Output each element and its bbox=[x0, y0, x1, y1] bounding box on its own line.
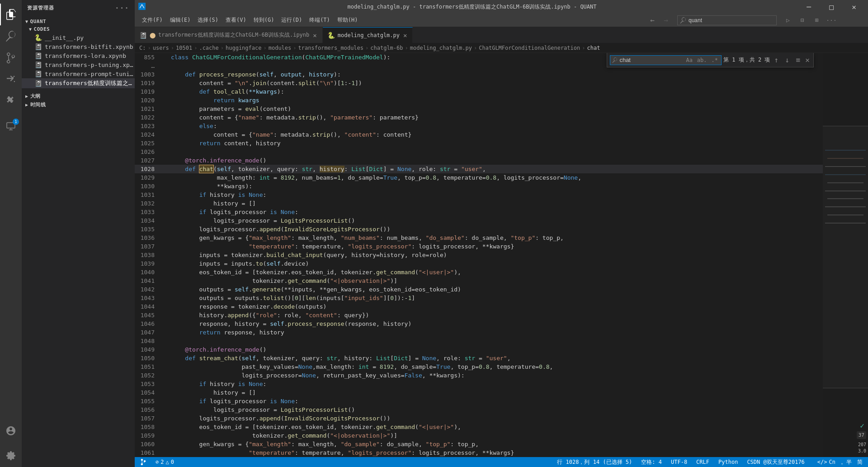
find-prev-button[interactable]: ↑ bbox=[772, 56, 781, 65]
find-regex[interactable]: .* bbox=[710, 57, 719, 64]
line-col-text: 行 1028，列 14 (已选择 5) bbox=[557, 458, 632, 466]
status-errors-btn[interactable]: ⊘ 2 △ 0 bbox=[154, 457, 176, 467]
tab-notebook-close[interactable]: ✕ bbox=[312, 32, 317, 39]
line-number: 1051 bbox=[135, 362, 162, 371]
line-code: def process_response(self, output, histo… bbox=[162, 70, 823, 79]
activity-settings[interactable] bbox=[0, 445, 22, 467]
table-row: 1059 tokenizer.get_command("<|observatio… bbox=[135, 431, 823, 440]
sidebar-item-init[interactable]: 🐍 __init__.py bbox=[22, 33, 135, 42]
find-match-case[interactable]: Aa bbox=[684, 57, 693, 64]
line-ending-text: CRLF bbox=[696, 459, 709, 465]
status-bottom-panel-code[interactable]: </> Cn bbox=[816, 457, 837, 467]
line-code: else: bbox=[162, 122, 823, 130]
breadcrumb-class[interactable]: ChatGLMForConditionalGeneration bbox=[479, 45, 580, 51]
menu-help[interactable]: 帮助(H) bbox=[334, 14, 362, 26]
status-csdn[interactable]: CSDN @双天至尊20176 bbox=[745, 457, 806, 467]
sidebar-item-bitfit[interactable]: 📓 transformers-bitfit.xpynb bbox=[22, 42, 135, 51]
status-git[interactable] bbox=[138, 457, 148, 467]
status-simplified[interactable]: 简 bbox=[855, 457, 864, 467]
nav-back-button[interactable]: ← bbox=[646, 14, 658, 26]
find-next-button[interactable]: ↓ bbox=[783, 56, 792, 65]
tab-notebook[interactable]: 📓 ⬤ transformers低精度训练篇之ChatGLM-6B训练实战.ip… bbox=[135, 27, 323, 43]
language-text: Python bbox=[718, 459, 738, 465]
activity-run-debug[interactable] bbox=[0, 69, 22, 91]
menu-run[interactable]: 运行(D) bbox=[278, 14, 306, 26]
notebook-icon-5: 📓 bbox=[34, 80, 42, 87]
table-row: 1040 eos_token_id = [tokenizer.eos_token… bbox=[135, 268, 823, 276]
minimize-button[interactable]: ─ bbox=[798, 0, 819, 14]
breadcrumb-transformers-modules[interactable]: transformers_modules bbox=[298, 45, 364, 51]
breadcrumb-users[interactable]: users bbox=[153, 45, 169, 51]
status-bar: ⊘ 2 △ 0 行 1028，列 14 (已选择 5) 空格: 4 UTF-8 … bbox=[135, 457, 868, 467]
breadcrumb-cache[interactable]: .cache bbox=[199, 45, 218, 51]
breadcrumb-method[interactable]: chat bbox=[587, 45, 600, 51]
split-editor-icon[interactable]: ⊞ bbox=[811, 14, 823, 26]
tree-section-codes[interactable]: ▼ CODES bbox=[22, 25, 135, 33]
line-code: content = {"name": metadata.strip(), "co… bbox=[162, 130, 823, 139]
tree-section-outline[interactable]: ▶ 大纲 bbox=[22, 92, 135, 100]
breadcrumb-chatglm[interactable]: chatglm-6b bbox=[370, 45, 403, 51]
activity-source-control[interactable] bbox=[0, 47, 22, 69]
table-row: 1046 response, history = self.process_re… bbox=[135, 319, 823, 328]
find-close-button[interactable]: ✕ bbox=[804, 55, 811, 65]
status-encoding[interactable]: UTF-8 bbox=[669, 457, 689, 467]
menu-select[interactable]: 选择(S) bbox=[194, 14, 222, 26]
activity-search[interactable] bbox=[0, 25, 22, 47]
maximize-button[interactable]: □ bbox=[821, 0, 842, 14]
status-line-col[interactable]: 行 1028，列 14 (已选择 5) bbox=[555, 457, 634, 467]
menu-edit[interactable]: 编辑(E) bbox=[166, 14, 194, 26]
find-select-all-button[interactable]: ≡ bbox=[793, 56, 802, 65]
activity-account[interactable] bbox=[0, 420, 22, 442]
status-spaces[interactable]: 空格: 4 bbox=[639, 457, 664, 467]
sidebar-item-chatglm[interactable]: 📓 transformers低精度训练篇之ChatG... bbox=[22, 78, 135, 88]
activity-explorer[interactable] bbox=[0, 4, 22, 25]
breadcrumb-c[interactable]: C: bbox=[139, 45, 146, 51]
run-all-icon[interactable]: ▷ bbox=[782, 14, 794, 26]
activity-remote[interactable]: 1 bbox=[0, 116, 22, 138]
search-icon bbox=[680, 17, 686, 24]
table-row: 1054 history = [] bbox=[135, 388, 823, 397]
sidebar-item-ptuning[interactable]: 📓 transformers-p-tuning.xpynb bbox=[22, 60, 135, 69]
table-row: 1026 bbox=[135, 148, 823, 156]
find-input-wrap: Aa ab. .* bbox=[610, 55, 722, 65]
status-language[interactable]: Python bbox=[717, 457, 740, 467]
nav-forward-button[interactable]: → bbox=[660, 14, 672, 26]
find-search-icon bbox=[612, 57, 618, 63]
tree-section-timeline[interactable]: ▶ 时间线 bbox=[22, 100, 135, 109]
breadcrumb-modules[interactable]: modules bbox=[269, 45, 292, 51]
line-code: past_key_values=None,max_length: int = 8… bbox=[162, 362, 823, 371]
table-row: 1056 logits_processor = LogitsProcessorL… bbox=[135, 405, 823, 414]
breadcrumb-file[interactable]: modeling_chatglm.py bbox=[410, 45, 472, 51]
more-actions-icon[interactable]: ··· bbox=[826, 14, 837, 26]
line-number: 1060 bbox=[135, 440, 162, 448]
line-number: 1045 bbox=[135, 311, 162, 319]
menu-terminal[interactable]: 终端(T) bbox=[306, 14, 334, 26]
line-code: content = {"name": metadata.strip(), "pa… bbox=[162, 113, 823, 122]
sidebar-item-prompt[interactable]: 📓 transformers-prompt-tuning.xpynb bbox=[22, 69, 135, 78]
table-row: 1019 def tool_call(**kwargs): bbox=[135, 87, 823, 96]
line-code: inputs = inputs.to(self.device) bbox=[162, 259, 823, 268]
menu-goto[interactable]: 转到(G) bbox=[250, 14, 278, 26]
table-row: 1023 else: bbox=[135, 122, 823, 130]
tab-modeling[interactable]: 🐍 modeling_chatglm.py ✕ bbox=[323, 27, 413, 43]
find-input[interactable] bbox=[619, 57, 683, 63]
global-search-input[interactable] bbox=[677, 15, 777, 25]
menu-view[interactable]: 查看(V) bbox=[222, 14, 250, 26]
sidebar-menu-icon[interactable]: ··· bbox=[115, 4, 129, 12]
tree-section-quant[interactable]: ▼ QUANT bbox=[22, 18, 135, 25]
menu-file[interactable]: 文件(F) bbox=[138, 14, 166, 26]
tab-modeling-close[interactable]: ✕ bbox=[402, 32, 408, 39]
breadcrumb-10501[interactable]: 10501 bbox=[176, 45, 192, 51]
status-line-ending[interactable]: CRLF bbox=[694, 457, 711, 467]
line-number: 1044 bbox=[135, 302, 162, 311]
panel-icon[interactable]: ⊟ bbox=[797, 14, 808, 26]
sidebar-item-lora[interactable]: 📓 transformers-lora.xpynb bbox=[22, 51, 135, 60]
activity-extensions[interactable] bbox=[0, 91, 22, 112]
menu-bar: 文件(F) 编辑(E) 选择(S) 查看(V) 转到(G) 运行(D) 终端(T… bbox=[135, 14, 868, 27]
table-row: 1047 return response, history bbox=[135, 328, 823, 337]
code-editor[interactable]: Aa ab. .* 第 1 项，共 2 项 ↑ ↓ ≡ ✕ 855 class … bbox=[135, 53, 823, 457]
find-whole-word[interactable]: ab. bbox=[696, 57, 708, 64]
status-chinese-input[interactable]: 。半 bbox=[839, 457, 854, 467]
breadcrumb-hf[interactable]: huggingface bbox=[226, 45, 261, 51]
close-button[interactable]: ✕ bbox=[844, 0, 864, 14]
